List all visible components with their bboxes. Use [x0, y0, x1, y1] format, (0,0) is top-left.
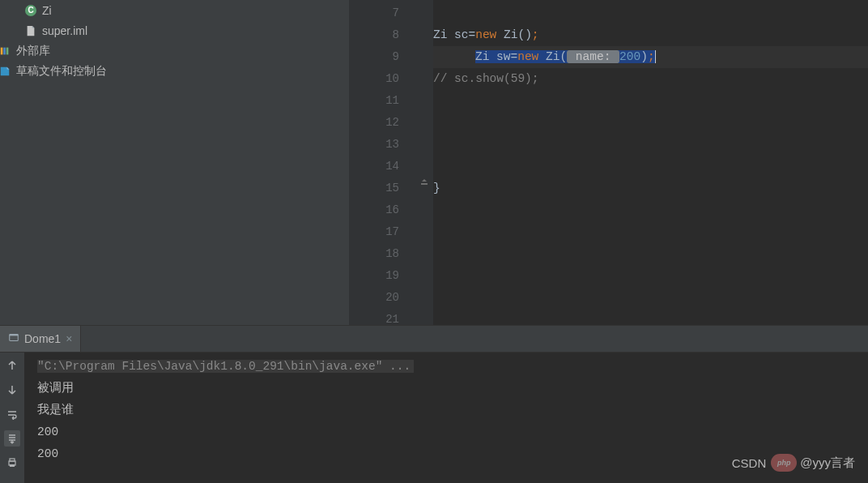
code-line [433, 199, 868, 221]
tree-item-label: Zi [42, 4, 52, 17]
watermark: CSDN php @yyy言者 [732, 454, 855, 472]
php-badge-icon: php [771, 454, 797, 472]
code-line [433, 243, 868, 265]
code-line: // sc.show(59); [433, 68, 868, 90]
code-line [433, 221, 868, 243]
console-line: 我是谁 [37, 400, 868, 421]
tree-item-label: super.iml [42, 24, 87, 37]
tree-item-external-libs[interactable]: 外部库 [0, 41, 349, 61]
console-line: 被调用 [37, 378, 868, 400]
code-line [433, 90, 868, 112]
svg-rect-2 [6, 47, 9, 54]
up-icon[interactable] [4, 357, 20, 374]
file-icon [24, 24, 37, 37]
code-area[interactable]: Zi sc=new Zi(); Zi sw=new Zi( name: 200)… [433, 0, 868, 325]
code-line [433, 2, 868, 24]
tree-item-scratches[interactable]: 草稿文件和控制台 [0, 61, 349, 81]
code-line [433, 287, 868, 309]
tree-item-label: 外部库 [16, 44, 50, 58]
code-line [433, 309, 868, 325]
run-config-icon [8, 332, 19, 346]
library-icon [0, 45, 11, 58]
run-tabbar: Dome1 × [0, 325, 868, 353]
run-tab[interactable]: Dome1 × [0, 326, 81, 352]
code-line: Zi sw=new Zi( name: 200); [433, 46, 868, 68]
svg-rect-8 [10, 464, 15, 467]
tree-item-file-iml[interactable]: super.iml [0, 20, 349, 41]
code-line [433, 112, 868, 134]
svg-rect-1 [3, 47, 6, 54]
soft-wrap-icon[interactable] [4, 406, 20, 422]
line-gutter: 7 8 9 10 11 12 13 14 15 16 17 18 19 20 2… [349, 0, 417, 325]
code-line: } [433, 177, 868, 199]
code-line [433, 156, 868, 177]
console-toolbar [0, 353, 24, 483]
console-line: 200 [37, 421, 868, 443]
svg-rect-0 [1, 47, 3, 54]
tree-item-label: 草稿文件和控制台 [16, 64, 107, 79]
project-tree[interactable]: C Zi super.iml 外部库 草稿文件和控制台 [0, 0, 349, 325]
fold-column [417, 0, 433, 325]
scroll-to-end-icon[interactable] [4, 430, 20, 447]
svg-rect-5 [10, 334, 19, 336]
class-icon: C [24, 4, 37, 17]
console-line: "C:\Program Files\Java\jdk1.8.0_291\bin\… [37, 356, 868, 378]
down-icon[interactable] [4, 382, 20, 398]
close-icon[interactable]: × [66, 332, 72, 345]
scratch-icon [0, 65, 11, 78]
svg-rect-7 [10, 459, 15, 461]
fold-end-icon[interactable] [419, 178, 429, 191]
print-icon[interactable] [4, 455, 20, 471]
code-line: Zi sc=new Zi(); [433, 24, 868, 46]
run-tab-label: Dome1 [24, 332, 61, 345]
code-line [433, 265, 868, 287]
code-editor[interactable]: 7 8 9 10 11 12 13 14 15 16 17 18 19 20 2… [349, 0, 868, 325]
svg-rect-3 [421, 183, 428, 185]
tree-item-class-zi[interactable]: C Zi [0, 0, 349, 20]
code-line [433, 134, 868, 156]
